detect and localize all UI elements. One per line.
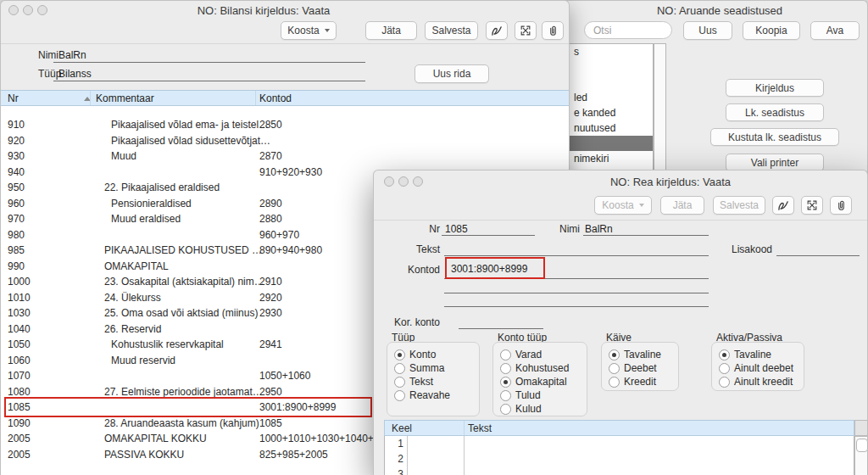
cell-kommentaar: 23. Osakapital (aktsiakapital) nimiväärt… xyxy=(96,274,265,290)
zoom-button[interactable] xyxy=(413,176,423,187)
cell-kontod: 2870 xyxy=(259,148,556,165)
close-button[interactable] xyxy=(384,176,394,187)
nimi-value[interactable]: BalRn xyxy=(58,49,86,61)
koosta-button[interactable]: Koosta xyxy=(594,196,652,215)
nr-value[interactable]: 1085 xyxy=(445,223,468,235)
table-row[interactable]: 1 xyxy=(385,436,854,451)
cell-nr: 1010 xyxy=(8,290,82,306)
toolbar-divider xyxy=(374,220,867,221)
radio-icon xyxy=(719,363,730,374)
cell-kommentaar: 28. Aruandeaasta kasum (kahjum) xyxy=(96,416,265,432)
radio-option-kreedit[interactable]: Kreedit xyxy=(602,375,678,388)
radio-option-tavaline[interactable]: Tavaline xyxy=(602,348,678,361)
lisakood-field[interactable] xyxy=(776,255,860,256)
salvesta-button[interactable]: Salvesta xyxy=(713,196,765,215)
koosta-button[interactable]: Koosta xyxy=(281,21,337,40)
cell-nr: 990 xyxy=(8,259,82,275)
column-header-keel[interactable]: Keel xyxy=(392,422,412,434)
radio-icon xyxy=(500,377,511,388)
salvesta-button[interactable]: Salvesta xyxy=(425,21,478,40)
tuup-value[interactable]: Bilanss xyxy=(58,68,92,80)
radio-option-label: Varad xyxy=(515,349,542,360)
table-row[interactable]: 2 xyxy=(385,451,854,467)
cell-nr: 940 xyxy=(8,165,82,181)
tekst-field[interactable] xyxy=(444,255,709,256)
table-row[interactable]: 3 xyxy=(385,467,854,475)
radio-option-label: Tavaline xyxy=(734,349,771,360)
radio-option-tavaline[interactable]: Tavaline xyxy=(712,348,804,361)
radio-option-omakapital[interactable]: Omakapital xyxy=(493,375,587,388)
expand-icon[interactable] xyxy=(801,196,823,215)
table-header: Nr Kommentaar Kontod xyxy=(1,90,569,106)
radio-icon xyxy=(500,363,511,374)
radio-groups: TüüpKontoSummaTekstReavaheKonto tüüpVara… xyxy=(374,332,868,427)
field-underline xyxy=(442,235,535,236)
pen-icon[interactable] xyxy=(772,196,794,215)
koopia-button[interactable]: Koopia xyxy=(743,21,800,40)
radio-option-summa[interactable]: Summa xyxy=(387,361,479,375)
radio-option-label: Konto xyxy=(409,349,436,360)
window-titlebar: NO: Rea kirjeldus: Vaata xyxy=(374,170,867,193)
jata-button[interactable]: Jäta xyxy=(365,21,417,40)
cell-nr: 985 xyxy=(8,243,82,259)
nimi-value[interactable]: BalRn xyxy=(585,223,613,235)
search-input[interactable] xyxy=(584,21,672,39)
table-row[interactable]: 920Pikaajalised võlad sidusettevõtjatele xyxy=(1,133,569,149)
radio-option-label: Tavaline xyxy=(624,349,661,360)
radio-option-label: Kulud xyxy=(515,403,542,415)
uus-button[interactable]: Uus xyxy=(683,21,732,40)
radio-option-tulud[interactable]: Tulud xyxy=(493,388,587,402)
column-divider xyxy=(90,91,91,105)
lk-seadistus-button[interactable]: Lk. seadistus xyxy=(726,103,824,121)
radio-icon xyxy=(500,404,511,415)
radio-option-reavahe[interactable]: Reavahe xyxy=(387,388,479,402)
scrollbar-thumb[interactable] xyxy=(856,439,868,452)
uus-rida-button[interactable]: Uus rida xyxy=(415,64,489,83)
radio-option-varad[interactable]: Varad xyxy=(493,348,587,361)
pen-icon[interactable] xyxy=(486,21,508,40)
column-header-nr[interactable]: Nr xyxy=(8,92,19,104)
cell-nr: 980 xyxy=(8,227,82,243)
radio-option-tekst[interactable]: Tekst xyxy=(387,375,479,388)
toolbar-divider xyxy=(1,43,569,44)
cell-kommentaar: Muud xyxy=(96,148,272,165)
kustuta-lk-seadistus-button[interactable]: Kustuta lk. seadistus xyxy=(710,128,839,146)
report-list-scrollbar[interactable] xyxy=(654,43,666,181)
table-row[interactable]: 930Muud2870 xyxy=(1,148,569,165)
minimize-button[interactable] xyxy=(23,5,33,15)
minimize-button[interactable] xyxy=(398,176,409,187)
tekst-label: Tekst xyxy=(374,243,440,255)
paperclip-icon[interactable] xyxy=(542,21,564,40)
cell-nr: 960 xyxy=(8,196,82,212)
radio-icon xyxy=(394,349,405,360)
radio-option-konto[interactable]: Konto xyxy=(387,348,479,361)
window-title: NO: Aruande seadistused xyxy=(618,4,821,17)
row-number: 2 xyxy=(385,451,403,467)
expand-icon[interactable] xyxy=(515,21,537,40)
radio-icon xyxy=(719,377,730,388)
column-header-tekst[interactable]: Tekst xyxy=(468,422,492,434)
column-header-kontod[interactable]: Kontod xyxy=(259,92,292,104)
keel-table-header: Keel Tekst xyxy=(384,420,854,436)
jata-button[interactable]: Jäta xyxy=(660,196,704,215)
radio-option-kohustused[interactable]: Kohustused xyxy=(493,361,587,375)
ava-button[interactable]: Ava xyxy=(810,21,860,40)
column-header-kommentaar[interactable]: Kommentaar xyxy=(96,92,154,104)
close-button[interactable] xyxy=(8,5,19,15)
cell-nr: 970 xyxy=(8,211,82,227)
radio-option-label: Kohustused xyxy=(515,362,569,374)
radio-option-deebet[interactable]: Deebet xyxy=(602,361,678,375)
radio-option-ainult-deebet[interactable]: Ainult deebet xyxy=(712,361,804,375)
vali-printer-button[interactable]: Vali printer xyxy=(726,154,824,171)
radio-option-ainult-kreedit[interactable]: Ainult kreedit xyxy=(712,375,804,388)
kor-konto-field[interactable] xyxy=(459,328,543,329)
radio-option-kulud[interactable]: Kulud xyxy=(493,402,587,416)
table-row[interactable]: 910Pikaajalised võlad ema- ja teistele g… xyxy=(1,117,569,133)
zoom-button[interactable] xyxy=(37,5,47,15)
radio-icon xyxy=(609,363,620,374)
koosta-label: Koosta xyxy=(287,25,319,36)
radio-icon xyxy=(500,349,511,360)
kirjeldus-button[interactable]: Kirjeldus xyxy=(726,79,824,97)
paperclip-icon[interactable] xyxy=(830,196,852,215)
kontod-value[interactable]: 3001:8900+8999 xyxy=(451,263,527,275)
